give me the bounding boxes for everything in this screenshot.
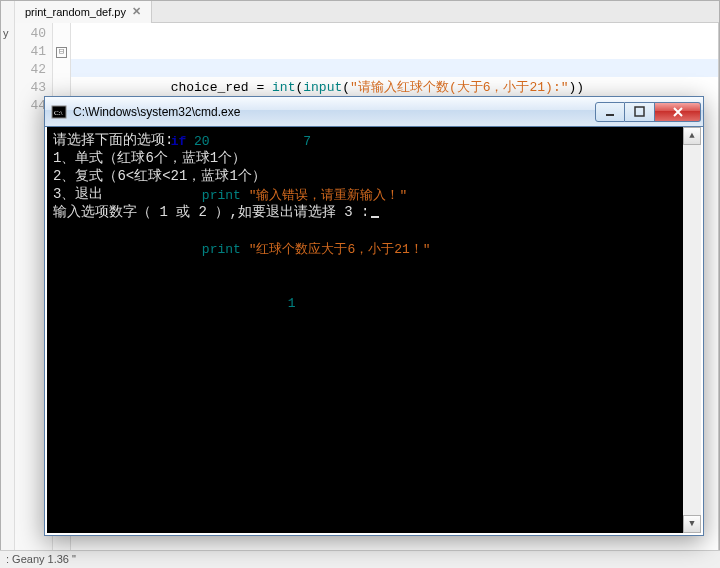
cmd-line: 2、复式（6<红球<21，蓝球1个） <box>53 168 266 184</box>
line-number: 43 <box>15 79 46 97</box>
cmd-cursor <box>371 216 379 218</box>
close-button[interactable] <box>655 102 701 122</box>
cmd-title-text: C:\Windows\system32\cmd.exe <box>73 105 595 119</box>
ide-side-gutter: y <box>1 1 15 567</box>
editor-tab-label: print_random_def.py <box>25 6 126 18</box>
fold-toggle-icon[interactable]: ⊟ <box>56 47 67 58</box>
line-number: 40 <box>15 25 46 43</box>
cmd-app-icon: C:\ <box>51 104 67 120</box>
svg-text:C:\: C:\ <box>54 109 63 117</box>
cmd-titlebar[interactable]: C:\ C:\Windows\system32\cmd.exe <box>45 97 703 127</box>
cmd-window: C:\ C:\Windows\system32\cmd.exe 请选择下面的选项… <box>44 96 704 536</box>
line-number: 42 <box>15 61 46 79</box>
line-number: 44 <box>15 97 46 115</box>
side-tab[interactable]: y <box>3 27 9 39</box>
maximize-button[interactable] <box>625 102 655 122</box>
scroll-down-button[interactable]: ▼ <box>683 515 701 533</box>
current-line-highlight <box>71 59 718 77</box>
window-buttons <box>595 102 701 122</box>
close-tab-icon[interactable]: ✕ <box>132 5 141 18</box>
ide-statusbar: : Geany 1.36 " <box>0 550 720 568</box>
line-number: 41 <box>15 43 46 61</box>
minimize-button[interactable] <box>595 102 625 122</box>
editor-tabbar: print_random_def.py ✕ <box>15 1 719 23</box>
editor-tab[interactable]: print_random_def.py ✕ <box>15 1 152 23</box>
svg-rect-3 <box>635 107 644 116</box>
cmd-line: 1、单式（红球6个，蓝球1个） <box>53 150 246 166</box>
svg-rect-2 <box>606 114 614 116</box>
cmd-line: 输入选项数字（ 1 或 2 ）,如要退出请选择 3 : <box>53 204 369 220</box>
statusbar-text: : Geany 1.36 " <box>6 553 76 565</box>
